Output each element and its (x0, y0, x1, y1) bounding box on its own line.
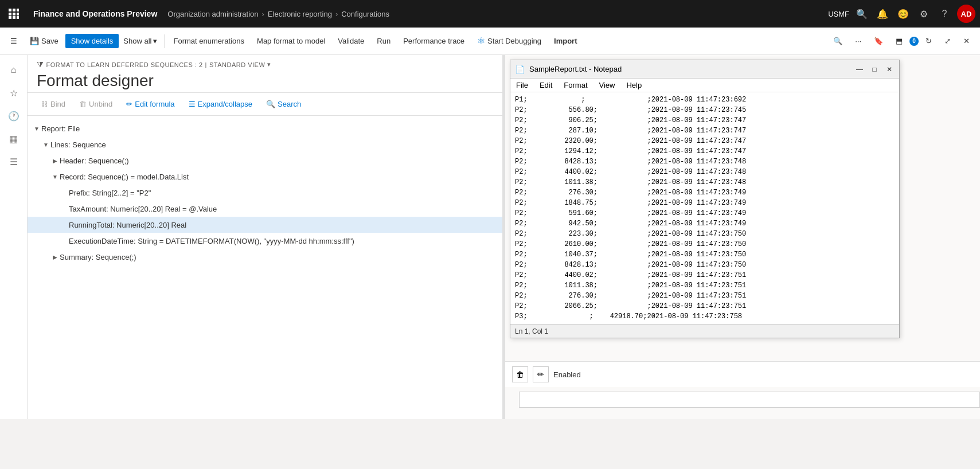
bookmark-icon[interactable]: 🔖 (868, 34, 889, 48)
expand-icon: ▶ (50, 252, 60, 261)
edit-icon: ✏ (537, 370, 544, 379)
enabled-input-container (505, 387, 980, 419)
nav-clock-icon[interactable]: 🕐 (3, 105, 24, 126)
run-button[interactable]: Run (371, 34, 396, 48)
svg-rect-8 (17, 16, 19, 19)
tree-item-prefix[interactable]: Prefix: String[2..2] = "P2" (28, 185, 502, 201)
expand-collapse-button[interactable]: ☰ Expand/collapse (184, 97, 257, 111)
notepad-close-button[interactable]: ✕ (884, 64, 895, 75)
save-button[interactable]: 💾 Save (24, 34, 64, 48)
tree-item-runningtotal[interactable]: RunningTotal: Numeric[20..20] Real (28, 217, 502, 233)
avatar[interactable]: AD (957, 5, 975, 23)
edit-icon: ✏ (126, 100, 132, 108)
svg-rect-4 (13, 13, 15, 15)
delete-property-button[interactable]: 🗑 (512, 366, 528, 382)
enabled-input[interactable] (519, 392, 980, 408)
tree-view: ▼ Report: File ▼ Lines: Sequence ▶ Heade… (28, 116, 502, 419)
notepad-menu-file[interactable]: File (510, 80, 534, 91)
breadcrumb-item-er[interactable]: Electronic reporting (268, 10, 332, 18)
breadcrumb-item-config[interactable]: Configurations (341, 10, 389, 18)
notepad-icon: 📄 (515, 65, 525, 74)
notepad-menu-format[interactable]: Format (558, 80, 593, 91)
svg-rect-2 (17, 9, 19, 11)
tree-item-summary[interactable]: ▶ Summary: Sequence(;) (28, 249, 502, 265)
right-panel: 📄 SampleReport.txt - Notepad — □ ✕ File … (505, 55, 980, 419)
collapse-icon: ▼ (41, 140, 50, 149)
collapse-icon: ▼ (32, 124, 41, 133)
tree-item-taxamount[interactable]: TaxAmount: Numeric[20..20] Real = @.Valu… (28, 201, 502, 217)
collapse-icon: ▼ (50, 172, 60, 181)
notepad-restore-button[interactable]: □ (869, 64, 880, 75)
app-title: Finance and Operations Preview (26, 9, 164, 18)
tree-item-lines[interactable]: ▼ Lines: Sequence (28, 136, 502, 153)
hamburger-icon: ☰ (10, 37, 17, 45)
show-details-button[interactable]: Show details (65, 34, 119, 48)
svg-rect-3 (9, 13, 11, 15)
edit-formula-button[interactable]: ✏ Edit formula (122, 97, 179, 111)
tree-item-header[interactable]: ▶ Header: Sequence(;) (28, 153, 502, 169)
edit-property-button[interactable]: ✏ (533, 366, 549, 382)
chevron-down-icon: ▾ (153, 37, 157, 45)
svg-rect-1 (13, 9, 15, 11)
main-toolbar: ☰ 💾 Save Show details Show all ▾ Format … (0, 28, 980, 55)
search-icon[interactable]: 🔍 (854, 6, 870, 22)
notepad-minimize-button[interactable]: — (854, 64, 865, 75)
format-enumerations-button[interactable]: Format enumerations (168, 34, 251, 48)
svg-rect-5 (17, 13, 19, 15)
refresh-icon[interactable]: ↻ (920, 34, 938, 48)
bind-button[interactable]: ⛓ Bind (37, 97, 70, 111)
svg-rect-0 (9, 9, 11, 11)
help-icon[interactable]: ? (936, 6, 952, 22)
notepad-menu-view[interactable]: View (594, 80, 621, 91)
notepad-content[interactable]: P1; ; ;2021-08-09 11:47:23:692 P2; 556.8… (510, 92, 899, 324)
properties-area (505, 343, 980, 361)
close-icon[interactable]: ✕ (958, 34, 975, 48)
filter-icon[interactable]: ⧩ (37, 60, 44, 69)
unbind-button[interactable]: 🗑 Unbind (75, 97, 117, 111)
breadcrumb-chevron-1: › (262, 10, 264, 18)
format-designer-panel: ⧩ FORMAT TO LEARN DEFERRED SEQUENCES : 2… (28, 55, 503, 419)
nav-star-icon[interactable]: ☆ (3, 83, 24, 103)
more-options-button[interactable]: ··· (849, 34, 867, 48)
breadcrumb: Organization administration › Electronic… (167, 10, 825, 18)
notepad-menu-edit[interactable]: Edit (534, 80, 558, 91)
breadcrumb-item-org[interactable]: Organization administration (167, 10, 258, 18)
map-format-button[interactable]: Map format to model (251, 34, 331, 48)
notification-badge: 0 (909, 37, 919, 46)
notepad-menu-help[interactable]: Help (620, 80, 647, 91)
nav-calendar-icon[interactable]: ▦ (3, 128, 24, 149)
validate-button[interactable]: Validate (332, 34, 370, 48)
external-link-icon[interactable]: ⤢ (939, 34, 956, 48)
enabled-label: Enabled (553, 370, 581, 379)
hamburger-button[interactable]: ☰ (5, 34, 23, 48)
notifications-icon[interactable]: 🔔 (874, 6, 891, 22)
property-footer: 🗑 ✏ Enabled (505, 361, 980, 387)
debug-icon: ⚛ (477, 36, 485, 46)
side-nav: ⌂ ☆ 🕐 ▦ ☰ (0, 55, 28, 419)
tree-item-report[interactable]: ▼ Report: File (28, 120, 502, 136)
nav-list-icon[interactable]: ☰ (3, 151, 24, 172)
format-designer-title: Format designer (37, 72, 493, 90)
import-button[interactable]: Import (548, 34, 583, 48)
open-new-tab-icon[interactable]: ⬒ (890, 34, 908, 48)
save-icon: 💾 (30, 37, 39, 45)
notepad-titlebar: 📄 SampleReport.txt - Notepad — □ ✕ (510, 60, 899, 79)
start-debugging-button[interactable]: ⚛ Start Debugging (471, 33, 547, 49)
nav-home-icon[interactable]: ⌂ (3, 60, 24, 80)
user-icon[interactable]: 😊 (895, 6, 911, 22)
performance-trace-button[interactable]: Performance trace (397, 34, 470, 48)
search-toolbar-button[interactable]: 🔍 (827, 34, 848, 48)
settings-icon[interactable]: ⚙ (916, 6, 932, 22)
notepad-statusbar: Ln 1, Col 1 (510, 324, 899, 338)
expand-icon: ☰ (189, 100, 196, 108)
app-grid-icon[interactable] (5, 5, 23, 23)
notepad-title: SampleReport.txt - Notepad (529, 65, 850, 73)
tree-item-record[interactable]: ▼ Record: Sequence(;) = model.Data.List (28, 169, 502, 185)
notepad-menubar: File Edit Format View Help (510, 79, 899, 92)
svg-rect-6 (9, 16, 11, 19)
format-designer-header: ⧩ FORMAT TO LEARN DEFERRED SEQUENCES : 2… (28, 55, 502, 93)
search-formula-button[interactable]: 🔍 Search (261, 97, 306, 111)
tree-item-executiondatetime[interactable]: ExecutionDateTime: String = DATETIMEFORM… (28, 233, 502, 249)
show-all-dropdown[interactable]: Show all ▾ (120, 34, 160, 48)
view-chevron-icon[interactable]: ▾ (267, 61, 271, 68)
